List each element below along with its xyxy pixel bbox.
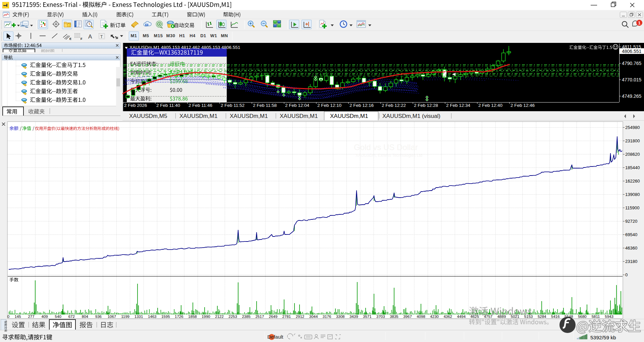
svg-text:0: 0 [625, 272, 628, 277]
svg-text:4770.015: 4770.015 [622, 77, 642, 82]
svg-text:3967: 3967 [403, 315, 412, 319]
svg-text:540: 540 [55, 315, 61, 319]
svg-text:115900: 115900 [625, 205, 639, 210]
svg-text:4889: 4889 [497, 315, 506, 319]
svg-text:2 Feb 2026: 2 Feb 2026 [124, 103, 147, 108]
svg-text:2 Feb 11:46: 2 Feb 11:46 [189, 103, 212, 108]
svg-text:1990: 1990 [202, 315, 210, 319]
svg-text:2 Feb 11:40: 2 Feb 11:40 [156, 103, 180, 108]
svg-text:4749.265: 4749.265 [622, 93, 642, 99]
svg-text:5680: 5680 [578, 315, 587, 319]
svg-text:3835: 3835 [390, 315, 398, 319]
svg-text:2 Feb 12:34: 2 Feb 12:34 [446, 103, 471, 108]
svg-text:5416: 5416 [551, 315, 560, 319]
svg-text:4806.551: 4806.551 [622, 49, 642, 54]
svg-text:1463: 1463 [148, 315, 157, 319]
svg-text:2 Feb 12:16: 2 Feb 12:16 [350, 103, 374, 108]
svg-text:1199: 1199 [121, 315, 129, 319]
svg-text:2 Feb 12:22: 2 Feb 12:22 [382, 103, 406, 108]
svg-text:3176: 3176 [323, 315, 331, 319]
svg-text:3571: 3571 [363, 315, 372, 319]
svg-text:208620: 208620 [625, 152, 640, 157]
svg-text:5284: 5284 [538, 315, 546, 319]
svg-text:254980: 254980 [625, 125, 640, 130]
svg-text:Gold vs US Dollar: Gold vs US Dollar [354, 143, 418, 152]
svg-text:2 Feb 11:58: 2 Feb 11:58 [253, 103, 277, 108]
svg-text:145: 145 [14, 315, 21, 319]
svg-text:5811: 5811 [592, 315, 600, 319]
svg-text:46360: 46360 [625, 246, 637, 251]
svg-text:231800: 231800 [625, 138, 640, 143]
svg-text:XAUUSDm, Exness Technologies L: XAUUSDm, Exness Technologies Ltd [356, 153, 422, 158]
svg-text:1595: 1595 [161, 315, 170, 319]
svg-text:5392/59 kb: 5392/59 kb [590, 335, 616, 340]
svg-text:672: 672 [68, 315, 75, 319]
svg-text:0: 0 [7, 315, 9, 319]
svg-text:5021: 5021 [511, 315, 520, 319]
svg-text:23180: 23180 [625, 259, 637, 264]
svg-text:XAUUSDm,M1 4805.153 4812.462: XAUUSDm,M1 4805.153 4812.462 4805.153 48… [129, 45, 240, 50]
svg-text:139080: 139080 [625, 192, 640, 197]
svg-text:1726: 1726 [175, 315, 183, 319]
svg-text:2781: 2781 [282, 315, 291, 319]
svg-text:5548: 5548 [565, 315, 573, 319]
svg-text:2912: 2912 [296, 315, 305, 319]
svg-text:4757: 4757 [484, 315, 493, 319]
svg-text:92720: 92720 [625, 219, 637, 224]
svg-text:2 Feb 11:52: 2 Feb 11:52 [221, 103, 245, 108]
svg-text:3308: 3308 [336, 315, 345, 319]
svg-text:2 Feb 12:10: 2 Feb 12:10 [317, 103, 341, 108]
svg-text:162260: 162260 [625, 179, 640, 184]
svg-text:936: 936 [95, 315, 102, 319]
svg-text:409: 409 [42, 315, 48, 319]
svg-text:4362: 4362 [443, 315, 452, 319]
svg-text:4790.765: 4790.765 [622, 61, 642, 66]
svg-text:2649: 2649 [269, 315, 278, 319]
svg-text:1067: 1067 [108, 315, 116, 319]
svg-text:F: F [80, 37, 83, 41]
svg-text:277: 277 [28, 315, 34, 319]
svg-text:4625: 4625 [471, 315, 479, 319]
svg-text:1331: 1331 [135, 315, 143, 319]
svg-text:2 Feb 12:40: 2 Feb 12:40 [478, 103, 502, 108]
svg-text:A: A [88, 33, 92, 40]
svg-text:T: T [100, 35, 103, 39]
svg-text:2253: 2253 [228, 315, 237, 319]
svg-text:185440: 185440 [625, 165, 640, 170]
svg-text:5153: 5153 [524, 315, 533, 319]
svg-text:1858: 1858 [188, 315, 197, 319]
svg-text:804: 804 [82, 315, 89, 319]
svg-text:4230: 4230 [430, 315, 439, 319]
svg-text:3703: 3703 [376, 315, 385, 319]
svg-text:5943: 5943 [605, 315, 613, 319]
svg-text:2122: 2122 [215, 315, 224, 319]
svg-text:E: E [69, 37, 71, 41]
svg-text:4098: 4098 [417, 315, 425, 319]
svg-text:3044: 3044 [309, 315, 318, 319]
svg-text:3439: 3439 [350, 315, 358, 319]
svg-text:2385: 2385 [242, 315, 251, 319]
svg-text:2517: 2517 [255, 315, 264, 319]
svg-text:2 Feb 12:04: 2 Feb 12:04 [285, 103, 310, 108]
svg-text:2 Feb 12:28: 2 Feb 12:28 [414, 103, 438, 108]
svg-text:1: 1 [638, 20, 640, 25]
svg-text:69540: 69540 [625, 232, 637, 237]
svg-text:4494: 4494 [457, 315, 466, 319]
svg-text:Default: Default [267, 334, 283, 340]
svg-text:2 Feb 12:46: 2 Feb 12:46 [511, 103, 535, 108]
